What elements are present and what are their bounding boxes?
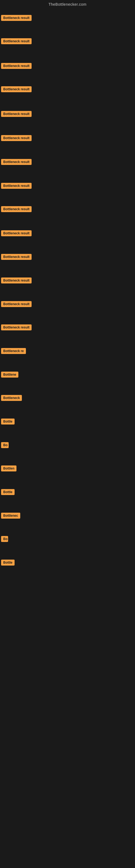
bottleneck-card-21[interactable]: Bottle [1,489,14,495]
bottleneck-card-13[interactable]: Bottleneck result [1,301,32,307]
bottleneck-card-15[interactable]: Bottleneck re [1,348,26,354]
bottleneck-card-14[interactable]: Bottleneck result [1,324,32,330]
bottleneck-card-17[interactable]: Bottleneck [1,395,22,401]
bottleneck-card-5[interactable]: Bottleneck result [1,111,32,117]
bottleneck-card-16[interactable]: Bottlene [1,372,18,378]
bottleneck-card-10[interactable]: Bottleneck result [1,230,32,236]
bottleneck-card-12[interactable]: Bottleneck result [1,278,32,283]
bottleneck-card-8[interactable]: Bottleneck result [1,183,32,189]
bottleneck-card-9[interactable]: Bottleneck result [1,206,32,212]
bottleneck-card-22[interactable]: Bottlenec [1,513,20,519]
bottleneck-card-24[interactable]: Bottle [1,560,14,565]
bottleneck-card-18[interactable]: Bottle [1,418,14,425]
bottleneck-card-1[interactable]: Bottleneck result [1,15,32,21]
bottleneck-card-6[interactable]: Bottleneck result [1,135,32,141]
bottleneck-card-7[interactable]: Bottleneck result [1,159,32,165]
bottleneck-card-2[interactable]: Bottleneck result [1,38,32,44]
bottleneck-card-4[interactable]: Bottleneck result [1,86,32,92]
bottleneck-card-3[interactable]: Bottleneck result [1,63,32,69]
bottleneck-card-23[interactable]: Bo [1,536,8,542]
site-title: TheBottlenecker.com [0,0,135,8]
bottleneck-card-11[interactable]: Bottleneck result [1,254,32,260]
bottleneck-card-20[interactable]: Bottlen [1,465,16,471]
bottleneck-card-19[interactable]: Bo [1,442,9,448]
